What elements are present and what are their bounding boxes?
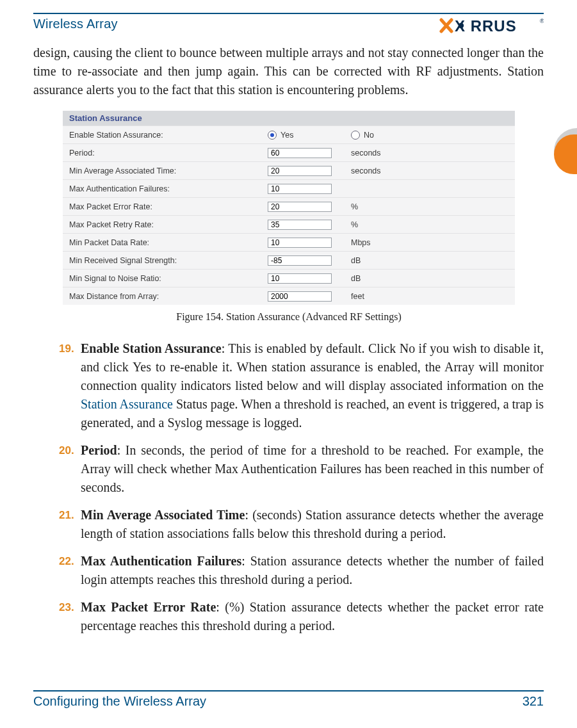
row-unit: dB <box>351 256 508 265</box>
list-item: 23.Max Packet Error Rate: (%) Station as… <box>59 598 544 635</box>
row-value-cell <box>268 166 351 176</box>
value-input[interactable] <box>268 291 332 302</box>
svg-text:X RRUS: X RRUS <box>455 18 517 35</box>
list-title: Enable Station Assurance <box>81 341 222 355</box>
value-input[interactable] <box>268 220 332 230</box>
list-body: Min Average Associated Time: (seconds) S… <box>81 506 544 543</box>
running-head: Wireless Array <box>33 17 118 31</box>
list-number: 19. <box>59 339 81 432</box>
value-input[interactable] <box>268 184 332 194</box>
row-value-cell <box>268 202 351 212</box>
value-input[interactable] <box>268 166 332 176</box>
table-row: Period:seconds <box>63 143 515 161</box>
list-body: Period: In seconds, the period of time f… <box>81 441 544 497</box>
row-value-cell <box>268 184 351 194</box>
row-label: Min Average Associated Time: <box>69 166 268 175</box>
value-input[interactable] <box>268 255 332 266</box>
value-input[interactable] <box>268 148 332 158</box>
figure-station-assurance: Station Assurance Enable Station Assuran… <box>63 111 515 323</box>
radio-no[interactable]: No <box>351 131 508 140</box>
row-value-cell <box>268 148 351 158</box>
radio-yes-label: Yes <box>280 131 293 140</box>
row-value-cell <box>268 238 351 248</box>
thumb-tab <box>554 128 577 174</box>
row-unit: seconds <box>351 166 508 175</box>
row-label: Min Received Signal Strength: <box>69 256 268 265</box>
row-value-cell <box>268 273 351 284</box>
row-unit: % <box>351 220 508 229</box>
numbered-list: 19.Enable Station Assurance: This is ena… <box>59 339 544 635</box>
value-input[interactable] <box>268 202 332 212</box>
table-row: Min Packet Data Rate:Mbps <box>63 233 515 251</box>
list-body: Max Packet Error Rate: (%) Station assur… <box>81 598 544 635</box>
footer-section: Configuring the Wireless Array <box>33 694 206 709</box>
row-unit: % <box>351 202 508 211</box>
radio-no-label: No <box>364 131 374 140</box>
row-unit: feet <box>351 292 508 301</box>
table-row: Max Packet Retry Rate:% <box>63 215 515 233</box>
list-number: 23. <box>59 598 81 635</box>
row-label: Period: <box>69 149 268 158</box>
row-unit: Mbps <box>351 238 508 247</box>
list-number: 20. <box>59 441 81 497</box>
list-item: 22.Max Authentication Failures: Station … <box>59 552 544 589</box>
table-row: Min Average Associated Time:seconds <box>63 161 515 179</box>
figure-caption: Figure 154. Station Assurance (Advanced … <box>63 311 515 323</box>
radio-dot-icon <box>351 131 360 140</box>
table-row: Min Received Signal Strength:dB <box>63 251 515 269</box>
row-label: Max Distance from Array: <box>69 292 268 301</box>
table-row: Max Packet Error Rate:% <box>63 197 515 215</box>
list-body: Enable Station Assurance: This is enable… <box>81 339 544 432</box>
list-title: Period <box>81 443 117 457</box>
radio-dot-icon <box>268 131 277 140</box>
list-item: 21.Min Average Associated Time: (seconds… <box>59 506 544 543</box>
row-label: Max Authentication Failures: <box>69 184 268 193</box>
list-item: 19.Enable Station Assurance: This is ena… <box>59 339 544 432</box>
svg-text:®: ® <box>540 18 544 24</box>
list-number: 21. <box>59 506 81 543</box>
row-label: Max Packet Error Rate: <box>69 202 268 211</box>
row-value-cell <box>268 255 351 266</box>
row-unit: dB <box>351 274 508 283</box>
row-label: Min Signal to Noise Ratio: <box>69 274 268 283</box>
list-title: Max Packet Error Rate <box>81 600 216 614</box>
figure-header: Station Assurance <box>63 111 515 125</box>
xirrus-logo: X RRUS ® <box>439 17 544 35</box>
table-row: Max Distance from Array:feet <box>63 287 515 305</box>
cross-ref-link[interactable]: Station Assurance <box>81 397 173 411</box>
list-body: Max Authentication Failures: Station ass… <box>81 552 544 589</box>
row-unit: seconds <box>351 149 508 158</box>
list-title: Min Average Associated Time <box>81 508 245 522</box>
value-input[interactable] <box>268 273 332 284</box>
radio-yes[interactable]: Yes <box>268 131 351 140</box>
row-value-cell <box>268 220 351 230</box>
value-input[interactable] <box>268 238 332 248</box>
top-rule <box>33 13 544 14</box>
list-number: 22. <box>59 552 81 589</box>
table-row: Max Authentication Failures: <box>63 179 515 197</box>
row-label: Min Packet Data Rate: <box>69 238 268 247</box>
row-enable: Enable Station Assurance: Yes No <box>63 125 515 143</box>
list-item: 20.Period: In seconds, the period of tim… <box>59 441 544 497</box>
list-title: Max Authentication Failures <box>81 554 241 568</box>
intro-paragraph: design, causing the client to bounce bet… <box>33 44 544 99</box>
row-label: Enable Station Assurance: <box>69 131 268 140</box>
row-value-cell <box>268 291 351 302</box>
page-number: 321 <box>523 694 544 709</box>
row-label: Max Packet Retry Rate: <box>69 220 268 229</box>
table-row: Min Signal to Noise Ratio:dB <box>63 269 515 287</box>
